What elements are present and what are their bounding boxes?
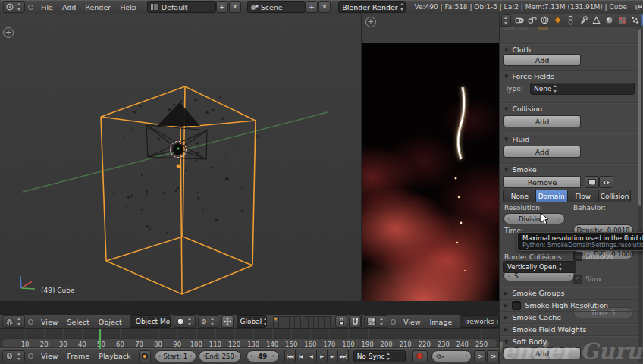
panel-menu-dot-icon[interactable] xyxy=(28,319,33,325)
expand-arrow-icon[interactable]: ▶ xyxy=(504,303,508,309)
timeline-menu-view[interactable]: View xyxy=(36,352,63,360)
panel-enable-checkbox[interactable] xyxy=(512,301,521,310)
topbar-menu-render[interactable]: Render xyxy=(80,3,115,11)
smoke-type-flow[interactable]: Flow xyxy=(568,190,600,202)
collapse-arrow-icon[interactable]: ▼ xyxy=(504,339,508,345)
jump-to-start-button[interactable]: |◀◀ xyxy=(284,350,296,362)
collapse-arrow-icon[interactable]: ▼ xyxy=(504,74,508,80)
collapse-arrow-icon[interactable]: ▼ xyxy=(504,167,508,173)
close-layout-button[interactable]: ✕ xyxy=(229,1,241,13)
image-menu-image[interactable]: Image xyxy=(425,318,457,326)
insert-keyframe-button[interactable] xyxy=(474,350,486,362)
image-editor[interactable]: + xyxy=(362,0,499,301)
expand-arrow-icon[interactable]: ▶ xyxy=(504,327,508,333)
screen-layout-selector[interactable]: Default xyxy=(147,1,216,13)
current-frame-line[interactable] xyxy=(99,329,101,349)
viewport-menu-view[interactable]: View xyxy=(36,318,63,326)
tab-particles[interactable] xyxy=(629,14,641,26)
collapse-arrow-icon[interactable]: ▼ xyxy=(504,106,508,112)
smoke-remove-button[interactable]: Remove xyxy=(503,176,581,188)
tab-texture[interactable] xyxy=(616,14,628,26)
panel-menu-dot-icon[interactable] xyxy=(28,353,33,359)
prev-keyframe-button[interactable]: |◀ xyxy=(296,350,306,362)
tab-scene[interactable] xyxy=(525,14,538,26)
panel-smoke[interactable]: ▼ Smoke xyxy=(500,163,638,175)
image-menu-view[interactable]: View xyxy=(399,318,425,326)
fluid-add-button[interactable]: Add xyxy=(503,146,581,158)
smoke-display-render-button[interactable] xyxy=(585,176,599,188)
next-keyframe-button[interactable]: ▶| xyxy=(328,350,338,362)
add-scene-button[interactable]: + xyxy=(306,1,318,13)
slow-checkbox[interactable] xyxy=(573,275,582,284)
viewport-menu-select[interactable]: Select xyxy=(63,318,94,326)
play-button[interactable]: ▶ xyxy=(317,350,328,362)
editor-type-button-info[interactable] xyxy=(3,1,25,13)
smoke-type-none[interactable]: None xyxy=(503,190,536,202)
image-datablock-selector[interactable]: ireworks_slow_m xyxy=(460,315,499,328)
panel-soft-body[interactable]: ▼ Soft Body xyxy=(500,335,638,347)
smoke-display-viewport-button[interactable] xyxy=(599,176,613,188)
use-preview-range-button[interactable] xyxy=(139,350,151,362)
layer-toggle[interactable] xyxy=(294,322,301,328)
expand-arrow-icon[interactable]: ▶ xyxy=(504,315,508,321)
panel-smoke-field-weights[interactable]: ▶Smoke Field Weights xyxy=(500,323,638,335)
panel-collision[interactable]: ▼ Collision xyxy=(500,102,638,115)
force-field-type-dropdown[interactable]: None xyxy=(530,83,635,95)
panel-fluid[interactable]: ▼ Fluid xyxy=(500,133,638,145)
dissolve-checkbox[interactable] xyxy=(573,252,582,261)
tab-constraints[interactable] xyxy=(564,14,576,26)
play-reverse-button[interactable]: ◀ xyxy=(306,350,317,362)
window-duplicate-icon[interactable] xyxy=(635,2,643,12)
keying-set-field[interactable] xyxy=(431,350,472,362)
render-engine-dropdown[interactable]: Blender Render xyxy=(338,1,405,13)
smoke-type-domain[interactable]: Domain xyxy=(536,190,568,202)
viewport-shading-dropdown[interactable] xyxy=(174,315,196,328)
divisions-slider[interactable]: Divisions: xyxy=(503,213,565,224)
layer-toggle[interactable] xyxy=(324,322,331,328)
delete-keyframe-button[interactable] xyxy=(487,350,499,362)
cone-object[interactable] xyxy=(157,102,200,126)
editor-type-button-timeline[interactable] xyxy=(2,350,25,362)
current-frame-field[interactable]: 49 xyxy=(246,350,279,362)
frame-start-field[interactable]: Start: 1 xyxy=(155,350,197,362)
tab-data[interactable] xyxy=(590,14,602,26)
timeline-menu-frame[interactable]: Frame xyxy=(63,352,95,360)
auto-keyframe-button[interactable] xyxy=(412,350,428,362)
tab-object[interactable] xyxy=(551,14,563,26)
tab-material[interactable] xyxy=(603,14,615,26)
tab-world[interactable] xyxy=(538,14,550,26)
panel-smoke-cache[interactable]: ▶Smoke Cache xyxy=(500,311,638,323)
sync-dropdown[interactable]: No Sync xyxy=(353,350,406,362)
panel-menu-dot-icon[interactable] xyxy=(28,5,33,10)
pivot-point-dropdown[interactable]: ⊕ xyxy=(198,315,218,328)
cloth-add-button[interactable]: Add xyxy=(503,54,581,66)
editor-type-button-image[interactable] xyxy=(364,315,387,328)
topbar-menu-file[interactable]: File xyxy=(36,3,58,11)
frame-end-field[interactable]: End: 250 xyxy=(199,350,241,362)
viewport-menu-object[interactable]: Object xyxy=(94,318,127,326)
timeline-menu-playback[interactable]: Playback xyxy=(94,352,135,360)
orientation-dropdown[interactable]: Global xyxy=(237,315,267,328)
manipulator-translate-button[interactable] xyxy=(221,315,234,328)
scene-selector[interactable]: Scene xyxy=(247,1,306,13)
lock-transform-button[interactable] xyxy=(335,315,347,328)
timeline-ruler[interactable]: 1020304050607080901001101201301401501601… xyxy=(0,328,499,349)
expand-arrow-icon[interactable]: ▶ xyxy=(504,290,508,297)
scrollbar-thumb[interactable] xyxy=(638,28,642,206)
editor-type-button-3d-view[interactable] xyxy=(2,315,25,328)
border-collisions-dropdown[interactable]: Vertically Open xyxy=(503,261,576,273)
scrollbar-track[interactable] xyxy=(638,28,642,362)
panel-smoke-groups[interactable]: ▶Smoke Groups xyxy=(500,287,638,299)
snap-magnet-button[interactable] xyxy=(349,315,361,328)
toolbar-expand-plus-icon[interactable]: + xyxy=(3,27,14,38)
jump-to-end-button[interactable]: ▶▶| xyxy=(338,350,349,362)
tab-render[interactable] xyxy=(513,14,525,26)
collision-add-button[interactable]: Add xyxy=(503,115,581,127)
panel-force-fields[interactable]: ▼ Force Fields xyxy=(500,70,638,82)
panel-menu-dot-icon[interactable] xyxy=(391,319,396,325)
panel-smoke-high-resolution[interactable]: ▶Smoke High Resolution xyxy=(500,299,638,311)
topbar-menu-add[interactable]: Add xyxy=(58,3,80,11)
close-scene-button[interactable]: ✕ xyxy=(318,1,331,13)
editor-type-button-properties[interactable] xyxy=(501,14,511,27)
smoke-type-collision[interactable]: Collision xyxy=(599,190,631,202)
